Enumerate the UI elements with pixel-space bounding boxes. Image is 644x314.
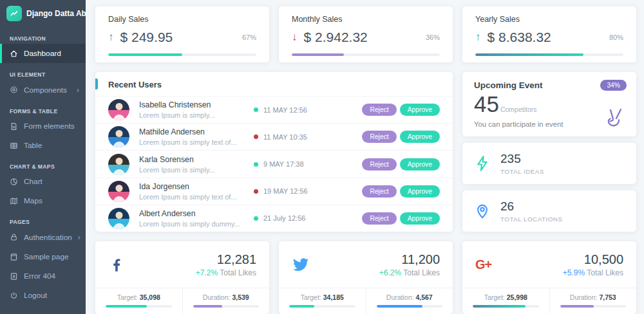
twitter-icon [292, 257, 310, 272]
app-logo-icon [6, 6, 22, 21]
chevron-right-icon: › [78, 232, 80, 242]
nav-section-navigation: NAVIGATION [0, 27, 86, 44]
sales-percent: 36% [426, 33, 440, 41]
user-name: Ida Jorgensen [139, 182, 254, 191]
status-dot [254, 189, 258, 194]
reject-button[interactable]: Reject [362, 131, 396, 143]
components-icon [10, 86, 18, 94]
twitter-target: Target: 34,185 [279, 288, 366, 314]
total-ideas-card: 235 TOTAL IDEAS [462, 143, 636, 184]
approve-button[interactable]: Approve [400, 185, 440, 198]
avatar [108, 99, 129, 120]
status-dot [254, 134, 258, 139]
googleplus-icon: G+ [475, 257, 491, 272]
error-page-icon [10, 272, 18, 281]
main-content: Daily Sales ↑ $ 249.95 67% Monthly Sales… [86, 0, 644, 314]
recent-users-title: Recent Users [108, 80, 440, 89]
googleplus-duration: Duration: 7,753 [549, 288, 637, 314]
sales-amount: $ 249.95 [120, 30, 173, 45]
sidebar-item-table[interactable]: Table [0, 136, 86, 155]
facebook-target: Target: 35,098 [95, 288, 182, 314]
trend-up-icon: ↑ [475, 31, 481, 44]
googleplus-target: Target: 25,998 [462, 288, 549, 314]
nav-section-chart-maps: CHART & MAPS [0, 155, 86, 172]
chevron-right-icon: › [77, 85, 79, 95]
app-title: Django Datta Able [26, 9, 86, 18]
user-desc: Lorem Ipsum is simply text of... [139, 193, 254, 201]
googleplus-card: G+ 10,500 +5.9% Total Likes Target: 25,9… [462, 241, 636, 314]
user-name: Isabella Christensen [139, 100, 254, 109]
reject-button[interactable]: Reject [362, 158, 396, 171]
sales-amount: $ 8.638.32 [488, 30, 551, 45]
status-dot [254, 216, 258, 221]
page-icon [10, 253, 18, 261]
googleplus-total: 10,500 [563, 252, 623, 267]
sales-percent: 67% [242, 33, 256, 41]
competitors-label: Competitors [500, 106, 537, 113]
twitter-total: 11,200 [379, 252, 440, 267]
sidebar-item-authentication[interactable]: Authentication › [0, 227, 86, 247]
progress-fill [560, 305, 594, 308]
approve-button[interactable]: Approve [400, 104, 440, 116]
lock-icon [10, 233, 18, 241]
status-dot [254, 107, 258, 112]
user-name: Albert Andersen [139, 209, 254, 218]
googleplus-change: +5.9% [563, 268, 585, 277]
table-row: Ida JorgensenLorem Ipsum is simply text … [95, 178, 453, 205]
card-title: Monthly Sales [292, 15, 440, 24]
event-percent-badge: 34% [600, 80, 627, 91]
progress-track [292, 53, 440, 56]
avatar [108, 154, 129, 175]
pie-chart-icon [10, 178, 18, 186]
progress-track [475, 53, 623, 56]
sidebar: Django Datta Able NAVIGATION Dashboard U… [0, 0, 86, 314]
location-pin-icon [475, 203, 489, 219]
progress-fill [377, 305, 423, 308]
user-date: 21 July 12:56 [263, 214, 305, 222]
table-icon [10, 142, 18, 150]
victory-hand-icon [604, 106, 626, 129]
sidebar-item-form-elements[interactable]: Form elements [0, 116, 86, 136]
trend-up-icon: ↑ [108, 31, 114, 44]
sales-amount: $ 2.942.32 [304, 30, 368, 45]
table-row: Karla SorensenLorem Ipsum is simply... 9… [95, 150, 453, 177]
sidebar-item-dashboard[interactable]: Dashboard [0, 44, 86, 63]
sidebar-item-sample-page[interactable]: Sample page [0, 247, 86, 266]
facebook-duration: Duration: 3,539 [182, 288, 270, 314]
approve-button[interactable]: Approve [400, 158, 440, 171]
upcoming-event-card: Upcoming Event 34% 45 Competitors You ca… [462, 72, 636, 136]
map-icon [10, 197, 18, 205]
ideas-label: TOTAL IDEAS [500, 168, 544, 175]
avatar [108, 126, 129, 147]
ideas-count: 235 [500, 152, 544, 166]
card-title: Daily Sales [108, 15, 256, 24]
status-dot [254, 162, 258, 167]
sidebar-item-error-404[interactable]: Error 404 [0, 266, 86, 286]
reject-button[interactable]: Reject [362, 185, 396, 198]
facebook-card: 12,281 +7.2% Total Likes Target: 35,098 … [95, 241, 269, 314]
sidebar-item-logout[interactable]: Logout [0, 286, 86, 305]
user-date: 19 MAY 12:56 [263, 187, 308, 195]
progress-fill [108, 53, 182, 56]
nav-section-pages: PAGES [0, 210, 86, 227]
recent-users-card: Recent Users Isabella ChristensenLorem I… [95, 72, 453, 232]
progress-fill [473, 305, 526, 308]
nav-section-ui-element: UI ELEMENT [0, 63, 86, 80]
zap-icon [475, 155, 489, 172]
avatar [108, 181, 129, 202]
approve-button[interactable]: Approve [400, 212, 440, 225]
reject-button[interactable]: Reject [362, 104, 396, 116]
sidebar-item-maps[interactable]: Maps [0, 191, 86, 210]
progress-fill [292, 53, 344, 56]
progress-fill [106, 305, 147, 308]
competitors-count: 45 [474, 93, 499, 115]
recent-users-table: Isabella ChristensenLorem Ipsum is simpl… [95, 96, 453, 232]
sidebar-item-components[interactable]: Components › [0, 80, 86, 100]
reject-button[interactable]: Reject [362, 212, 396, 225]
table-row: Isabella ChristensenLorem Ipsum is simpl… [95, 96, 453, 123]
home-icon [10, 50, 18, 58]
approve-button[interactable]: Approve [400, 131, 440, 143]
sidebar-item-chart[interactable]: Chart [0, 172, 86, 191]
total-locations-card: 26 TOTAL LOCATIONS [462, 190, 636, 232]
user-name: Karla Sorensen [139, 155, 254, 164]
